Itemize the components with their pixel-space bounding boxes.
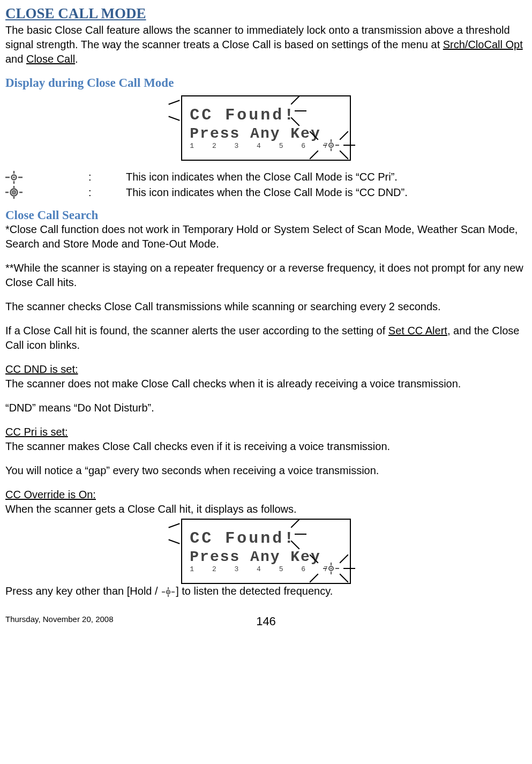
intro-text-1: The basic Close Call feature allows the … <box>5 24 510 50</box>
svg-point-24 <box>330 568 332 570</box>
legend-desc-2: This icon indicates when the Close Call … <box>126 186 408 199</box>
link-close-call[interactable]: Close Call <box>26 53 75 65</box>
link-set-cc-alert[interactable]: Set CC Alert <box>388 325 447 336</box>
lcd1-line1: CC Found! <box>190 106 296 124</box>
svg-point-30 <box>168 591 169 593</box>
lcd1-line2: Press Any Key <box>190 125 320 142</box>
close-call-pri-icon <box>162 587 175 597</box>
heading-display-mode: Display during Close Call Mode <box>5 76 527 90</box>
close-call-pri-icon <box>323 139 339 151</box>
cc-override-p1: When the scanner gets a Close Call hit, … <box>5 503 297 515</box>
press-any-key-text: Press any key other than [Hold / ] to li… <box>5 584 527 598</box>
ccs-paragraph-1: *Close Call function does not work in Te… <box>5 222 527 251</box>
page-title: CLOSE CALL MODE <box>5 5 527 22</box>
icon-legend-row-2: : This icon indicates when the Close Cal… <box>5 186 408 199</box>
page-footer: Thursday, November 20, 2008 146 <box>5 615 527 628</box>
lcd-display-1: CC Found! Press Any Key 1 2 3 4 5 6 7 <box>5 95 527 161</box>
lcd-display-2: CC Found! Press Any Key 1 2 3 4 5 6 7 <box>5 519 527 584</box>
cc-pri-p1: The scanner makes Close Call checks even… <box>5 440 390 452</box>
legend-desc-1: This icon indicates when the Close Call … <box>126 170 398 184</box>
cc-pri-heading: CC Pri is set: <box>5 426 68 438</box>
lcd2-line2: Press Any Key <box>190 549 320 565</box>
cc-dnd-p1: The scanner does not make Close Call che… <box>5 378 461 390</box>
svg-point-11 <box>13 176 15 178</box>
ccs-p4-text-a: If a Close Call hit is found, the scanne… <box>5 325 388 336</box>
icon-legend-row-1: : This icon indicates when the Close Cal… <box>5 170 398 184</box>
lcd1-line3: 1 2 3 4 5 6 7 <box>190 142 334 150</box>
ccs-paragraph-2: **While the scanner is staying on a repe… <box>5 261 527 290</box>
footer-date: Thursday, November 20, 2008 <box>5 615 114 624</box>
legend-colon-1: : <box>88 170 126 184</box>
svg-point-5 <box>330 145 332 146</box>
cc-pri-p2: You will notice a “gap” every two second… <box>5 463 527 478</box>
ccs-paragraph-3: The scanner checks Close Call transmissi… <box>5 299 527 314</box>
svg-point-18 <box>13 192 15 193</box>
lcd2-line1: CC Found! <box>190 529 296 548</box>
cc-dnd-heading: CC DND is set: <box>5 363 78 375</box>
press-any-a: Press any key other than [Hold / <box>5 585 161 597</box>
close-call-pri-icon <box>323 563 339 574</box>
lcd2-line3: 1 2 3 4 5 6 7 <box>190 565 334 573</box>
link-srch-clocall-opt[interactable]: Srch/CloCall Opt <box>443 39 523 50</box>
legend-colon-2: : <box>88 186 126 199</box>
close-call-dnd-icon <box>5 186 23 199</box>
cc-dnd-p2: “DND” means “Do Not Disturb”. <box>5 401 527 415</box>
intro-end: . <box>75 53 78 65</box>
heading-close-call-search: Close Call Search <box>5 208 527 222</box>
intro-paragraph: The basic Close Call feature allows the … <box>5 23 527 66</box>
ccs-paragraph-4: If a Close Call hit is found, the scanne… <box>5 324 527 353</box>
close-call-pri-icon <box>5 171 23 184</box>
intro-and: and <box>5 53 26 65</box>
cc-override-heading: CC Override is On: <box>5 489 96 500</box>
press-any-b: ] to listen the detected frequency. <box>176 585 333 597</box>
